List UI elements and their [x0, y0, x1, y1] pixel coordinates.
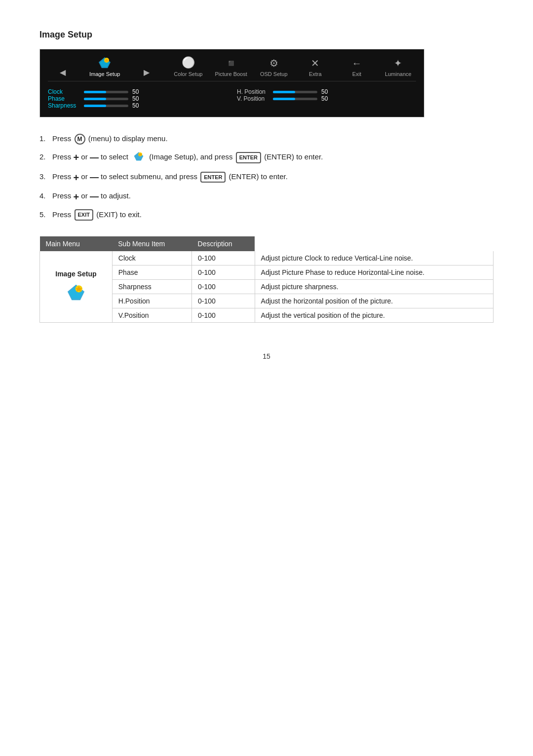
main-menu-cell: Image Setup: [40, 251, 113, 323]
key-m: M: [75, 134, 85, 145]
instruction-1: 1. Press M (menu) to display menu.: [39, 133, 494, 145]
instruction-4: 4. Press + or — to adjust.: [39, 190, 494, 203]
instruction-2: 2. Press + or — to select (Image Setup),…: [39, 151, 494, 165]
phase-slider: [84, 98, 128, 100]
osd-left-column: Clock 50 Phase 50 Sharpness 50: [48, 88, 227, 109]
table-cell-sub-phase: Phase: [112, 265, 191, 279]
table-cell-range-hposition: 0-100: [192, 294, 255, 308]
osd-nav: ◀ Image Setup ▶ ⚪ Color Setup ◾ Picture …: [48, 55, 416, 81]
osd-row-hposition: H. Position 50: [237, 88, 416, 95]
image-setup-inline-icon: [132, 151, 145, 165]
info-table: Main Menu Sub Menu Item Description Imag…: [39, 236, 494, 323]
key-enter-1: ENTER: [236, 152, 261, 163]
table-cell-range-vposition: 0-100: [192, 308, 255, 322]
table-cell-sub-hposition: H.Position: [112, 294, 191, 308]
osd-row-phase: Phase 50: [48, 95, 227, 102]
page-number: 15: [39, 352, 494, 360]
minus-icon-2: —: [90, 172, 99, 182]
osd-nav-image-setup: Image Setup: [89, 55, 120, 77]
table-cell-desc-vposition: Adjust the vertical position of the pict…: [255, 308, 493, 322]
table-cell-range-sharpness: 0-100: [192, 279, 255, 294]
instruction-3: 3. Press + or — to select submenu, and p…: [39, 171, 494, 184]
table-cell-desc-clock: Adjust picture Clock to reduce Vertical-…: [255, 251, 493, 265]
instruction-5: 5. Press EXIT (EXIT) to exit.: [39, 209, 494, 221]
key-enter-2: ENTER: [200, 172, 226, 183]
osd-nav-arrow-right: ▶: [132, 68, 161, 77]
table-header-description: Description: [192, 236, 255, 251]
table-row: Image Setup Clock 0-100 Adjust picture C…: [40, 251, 494, 265]
image-setup-icon: [97, 55, 113, 69]
hposition-slider: [273, 91, 317, 93]
clock-slider: [84, 91, 128, 93]
instructions-list: 1. Press M (menu) to display menu. 2. Pr…: [39, 133, 494, 221]
table-cell-desc-phase: Adjust Picture Phase to reduce Horizonta…: [255, 265, 493, 279]
key-exit: EXIT: [75, 209, 93, 221]
minus-icon-3: —: [90, 191, 99, 201]
osd-right-column: H. Position 50 V. Position 50: [237, 88, 416, 109]
plus-icon-3: +: [74, 191, 79, 202]
table-cell-range-phase: 0-100: [192, 265, 255, 279]
osd-nav-color-setup: ⚪ Color Setup: [173, 56, 203, 77]
table-header-sub-menu: Sub Menu Item: [112, 236, 191, 251]
table-image-setup-icon: [46, 282, 106, 303]
table-cell-sub-clock: Clock: [112, 251, 191, 265]
osd-row-sharpness: Sharpness 50: [48, 102, 227, 109]
osd-rows: Clock 50 Phase 50 Sharpness 50: [48, 88, 416, 109]
table-cell-desc-hposition: Adjust the horizontal position of the pi…: [255, 294, 493, 308]
osd-nav-extra: ✕ Extra: [301, 57, 330, 77]
page-title: Image Setup: [39, 30, 494, 40]
osd-menu-box: ◀ Image Setup ▶ ⚪ Color Setup ◾ Picture …: [39, 49, 424, 117]
osd-nav-exit: ← Exit: [342, 58, 372, 77]
table-cell-sub-vposition: V.Position: [112, 308, 191, 322]
minus-icon: —: [90, 152, 99, 162]
osd-row-clock: Clock 50: [48, 88, 227, 95]
osd-nav-picture-boost: ◾ Picture Boost: [215, 57, 247, 77]
plus-icon: +: [74, 152, 79, 163]
osd-nav-osd-setup: ⚙ OSD Setup: [259, 57, 289, 77]
table-header-main-menu: Main Menu: [40, 236, 113, 251]
osd-nav-arrow-left: ◀: [48, 68, 77, 77]
vposition-slider: [273, 98, 317, 100]
table-cell-desc-sharpness: Adjust picture sharpness.: [255, 279, 493, 294]
table-cell-range-clock: 0-100: [192, 251, 255, 265]
table-cell-sub-sharpness: Sharpness: [112, 279, 191, 294]
sharpness-slider: [84, 105, 128, 107]
osd-nav-luminance: ✦ Luminance: [383, 57, 413, 77]
plus-icon-2: +: [74, 172, 79, 183]
osd-row-vposition: V. Position 50: [237, 95, 416, 102]
